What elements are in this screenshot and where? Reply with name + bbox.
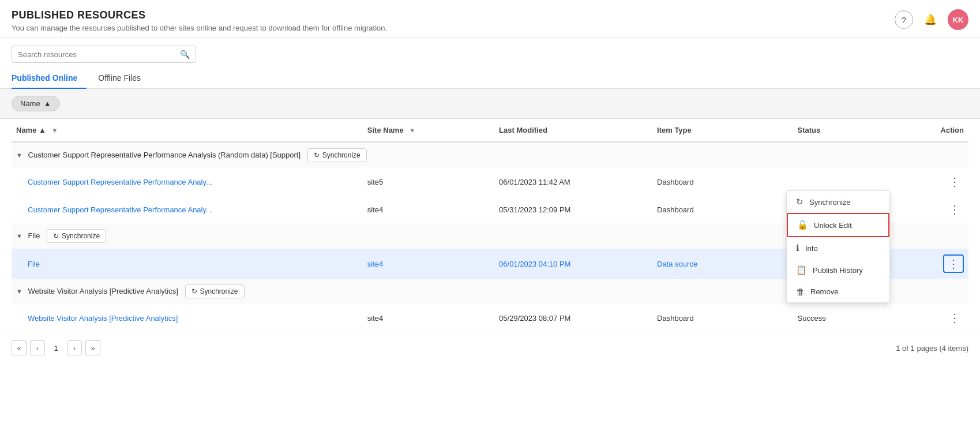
- row2-link[interactable]: Customer Support Representative Performa…: [28, 205, 212, 214]
- row2-site: site4: [363, 196, 494, 223]
- table-row: ▼ Customer Support Representative Perfor…: [12, 142, 968, 168]
- prev-page-button[interactable]: ‹: [30, 340, 45, 355]
- info-icon: ℹ: [796, 243, 799, 253]
- col-header-site[interactable]: Site Name ▼: [363, 119, 494, 142]
- current-page-number: 1: [48, 340, 63, 355]
- row4-status-badge: Success: [798, 314, 826, 323]
- dropdown-label-unlock-edit: Unlock Edit: [814, 221, 852, 230]
- row1-link[interactable]: Customer Support Representative Performa…: [28, 178, 212, 186]
- tabs-area: Published Online Offline Files: [0, 63, 980, 89]
- row3-type: Data source: [652, 249, 793, 279]
- last-page-button[interactable]: »: [85, 340, 100, 355]
- notifications-icon-button[interactable]: 🔔: [921, 10, 940, 29]
- col-header-name[interactable]: Name ▲ ▼: [12, 119, 363, 142]
- col-header-action: Action: [898, 119, 968, 142]
- publish-history-icon: 📋: [796, 265, 807, 275]
- row3-modified: 06/01/2023 04:10 PM: [494, 249, 652, 279]
- row1-type: Dashboard: [652, 168, 793, 196]
- row4-link[interactable]: Website Visitor Analysis [Predictive Ana…: [28, 314, 178, 323]
- site-filter-icon[interactable]: ▼: [409, 127, 415, 134]
- col-header-status: Status: [793, 119, 899, 142]
- row2-action-menu-button[interactable]: ⋮: [945, 201, 964, 218]
- pagination: « ‹ 1 › » 1 of 1 pages (4 items): [0, 332, 980, 364]
- sort-direction-icon: ▲: [44, 99, 51, 108]
- group3-sync-button[interactable]: ↻ Synchronize: [185, 284, 245, 298]
- row3-link[interactable]: File: [28, 260, 40, 268]
- unlock-edit-icon: 🔓: [797, 220, 808, 230]
- name-sort-icon: ▲: [39, 126, 46, 134]
- group1-name: Customer Support Representative Performa…: [28, 151, 301, 159]
- col-header-modified: Last Modified: [494, 119, 652, 142]
- row3-action-menu-button[interactable]: ⋮: [943, 254, 964, 273]
- synchronize-icon: ↻: [796, 197, 803, 207]
- group3-name: Website Visitor Analysis [Predictive Ana…: [28, 287, 178, 295]
- row1-action-menu-button[interactable]: ⋮: [945, 174, 964, 190]
- dropdown-item-unlock-edit[interactable]: 🔓 Unlock Edit: [787, 213, 889, 237]
- sync-icon-2: ↻: [53, 232, 59, 240]
- row1-action: ⋮: [898, 168, 968, 196]
- row4-status: Success: [793, 304, 899, 332]
- dropdown-label-info: Info: [805, 244, 818, 253]
- sync-icon-3: ↻: [192, 287, 197, 295]
- row3-site: site4: [363, 249, 494, 279]
- search-input[interactable]: [18, 50, 180, 59]
- group2-name: File: [28, 231, 40, 240]
- row2-action: ⋮: [898, 196, 968, 223]
- next-page-button[interactable]: ›: [67, 340, 82, 355]
- row2-type: Dashboard: [652, 196, 793, 223]
- help-icon-button[interactable]: ?: [895, 10, 913, 29]
- group2-sync-button[interactable]: ↻ Synchronize: [47, 229, 106, 243]
- row3-name: File: [12, 249, 363, 279]
- group1-sync-button[interactable]: ↻ Synchronize: [307, 148, 367, 162]
- dropdown-label-synchronize: Synchronize: [809, 198, 851, 207]
- dropdown-label-publish-history: Publish History: [813, 266, 863, 275]
- row2-name: Customer Support Representative Performa…: [12, 196, 363, 223]
- action-dropdown-menu: ↻ Synchronize 🔓 Unlock Edit ℹ Info 📋 Pub…: [786, 190, 890, 303]
- row4-type: Dashboard: [652, 304, 793, 332]
- row3-action: ⋮: [898, 249, 968, 279]
- name-filter-icon[interactable]: ▼: [52, 127, 58, 134]
- sort-label: Name: [20, 99, 40, 108]
- row4-modified: 05/29/2023 08:07 PM: [494, 304, 652, 332]
- sync-icon: ↻: [314, 151, 320, 159]
- tab-published-online[interactable]: Published Online: [12, 69, 87, 88]
- row4-action-menu-button[interactable]: ⋮: [945, 310, 964, 326]
- row4-name: Website Visitor Analysis [Predictive Ana…: [12, 304, 363, 332]
- row1-site: site5: [363, 168, 494, 196]
- expand-icon[interactable]: ▼: [16, 152, 22, 159]
- row1-name: Customer Support Representative Performa…: [12, 168, 363, 196]
- table-header-row: Name ▲ ▼ Site Name ▼ Last Modified Item …: [12, 119, 968, 142]
- row1-modified: 06/01/2023 11:42 AM: [494, 168, 652, 196]
- row4-site: site4: [363, 304, 494, 332]
- expand-icon-3[interactable]: ▼: [16, 288, 22, 295]
- first-page-button[interactable]: «: [12, 340, 27, 355]
- dropdown-item-info[interactable]: ℹ Info: [787, 237, 889, 259]
- sort-button[interactable]: Name ▲: [12, 96, 60, 111]
- table-row: Website Visitor Analysis [Predictive Ana…: [12, 304, 968, 332]
- search-box: 🔍: [12, 46, 196, 63]
- page-title: PUBLISHED RESOURCES: [12, 9, 968, 21]
- remove-icon: 🗑: [796, 287, 805, 297]
- row2-modified: 05/31/2023 12:09 PM: [494, 196, 652, 223]
- tab-offline-files[interactable]: Offline Files: [98, 69, 150, 88]
- header-icons: ? 🔔 KK: [895, 9, 968, 30]
- search-area: 🔍: [0, 38, 980, 63]
- sort-bar: Name ▲: [0, 89, 980, 119]
- dropdown-item-synchronize[interactable]: ↻ Synchronize: [787, 191, 889, 213]
- dropdown-item-publish-history[interactable]: 📋 Publish History: [787, 259, 889, 281]
- page-subtitle: You can manage the resources published t…: [12, 24, 968, 32]
- row4-action: ⋮: [898, 304, 968, 332]
- page-header: PUBLISHED RESOURCES You can manage the r…: [0, 0, 980, 38]
- page-container: PUBLISHED RESOURCES You can manage the r…: [0, 0, 980, 427]
- page-info: 1 of 1 pages (4 items): [896, 344, 968, 353]
- page-nav: « ‹ 1 › »: [12, 340, 100, 355]
- expand-icon-2[interactable]: ▼: [16, 233, 22, 239]
- dropdown-item-remove[interactable]: 🗑 Remove: [787, 281, 889, 302]
- avatar[interactable]: KK: [948, 9, 968, 30]
- dropdown-label-remove: Remove: [810, 287, 838, 296]
- search-icon: 🔍: [180, 50, 190, 59]
- col-header-type: Item Type: [652, 119, 793, 142]
